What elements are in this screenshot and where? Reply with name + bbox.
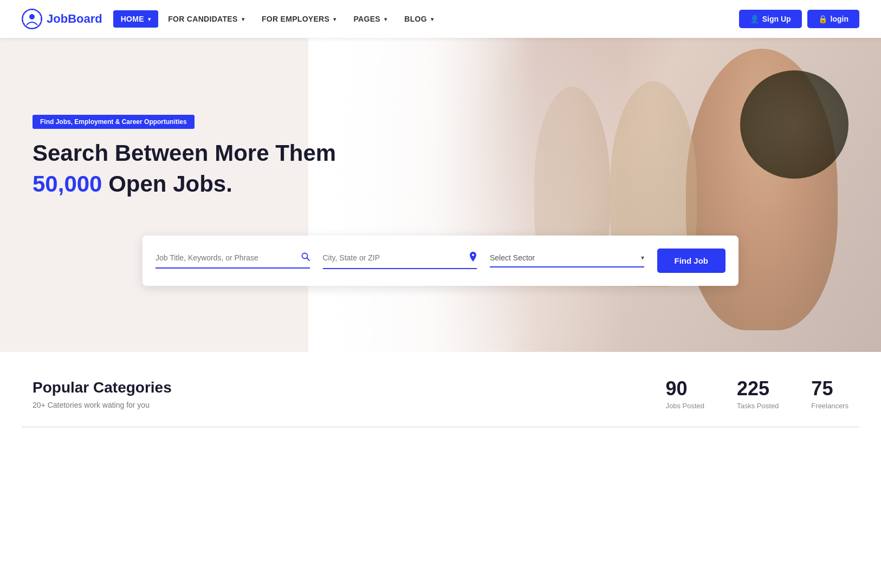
nav-home[interactable]: HOME ▾ (113, 10, 159, 28)
hero-title-suffix: Open Jobs. (108, 171, 232, 197)
hero-content: Find Jobs, Employment & Career Opportuni… (0, 82, 379, 236)
hero-title-line2: 50,000 Open Jobs. (33, 171, 347, 198)
jobs-posted-number: 90 (665, 379, 704, 398)
navbar: JobBoard HOME ▾ FOR CANDIDATES ▾ FOR EMP… (0, 0, 881, 38)
location-input[interactable] (323, 253, 464, 262)
hero-badge: Find Jobs, Employment & Career Opportuni… (33, 115, 195, 129)
logo-text: JobBoard (47, 12, 102, 26)
freelancers-number: 75 (811, 379, 848, 398)
tasks-posted-number: 225 (737, 379, 779, 398)
location-search-field (323, 252, 477, 269)
popular-categories: Popular Categories 20+ Catetories work w… (33, 379, 665, 409)
blog-chevron-icon: ▾ (431, 16, 433, 22)
nav-blog[interactable]: BLOG ▾ (397, 10, 441, 28)
user-icon: 👤 (750, 15, 759, 23)
freelancers-label: Freelancers (811, 402, 848, 410)
stats-section: Popular Categories 20+ Catetories work w… (0, 352, 881, 426)
svg-line-4 (307, 258, 309, 261)
signup-button[interactable]: 👤 Sign Up (739, 10, 802, 28)
search-box-wrapper: Select Sector Technology Healthcare Fina… (0, 236, 881, 308)
tasks-posted-label: Tasks Posted (737, 402, 779, 410)
sector-select-field: Select Sector Technology Healthcare Fina… (490, 253, 644, 267)
hero-highlight-number: 50,000 (33, 171, 102, 197)
logo[interactable]: JobBoard (22, 9, 102, 29)
nav-employers[interactable]: FOR EMPLOYERS ▾ (254, 10, 344, 28)
hero-title-line1: Search Between More Them (33, 140, 347, 167)
lock-icon: 🔒 (818, 15, 827, 23)
sector-chevron-icon: ▾ (641, 254, 644, 262)
logo-icon (22, 9, 42, 29)
freelancers-stat: 75 Freelancers (811, 379, 848, 410)
tasks-posted-stat: 225 Tasks Posted (737, 379, 779, 410)
login-button[interactable]: 🔒 login (807, 10, 859, 28)
employers-chevron-icon: ▾ (333, 16, 336, 22)
popular-categories-title: Popular Categories (33, 379, 665, 396)
search-icon (301, 252, 310, 263)
stats-numbers: 90 Jobs Posted 225 Tasks Posted 75 Freel… (665, 379, 848, 410)
svg-point-5 (472, 254, 474, 256)
nav-candidates[interactable]: FOR CANDIDATES ▾ (160, 10, 252, 28)
nav-pages[interactable]: PAGES ▾ (346, 10, 394, 28)
search-box: Select Sector Technology Healthcare Fina… (142, 236, 739, 286)
candidates-chevron-icon: ▾ (242, 16, 244, 22)
hero-section: Find Jobs, Employment & Career Opportuni… (0, 38, 881, 352)
find-job-button[interactable]: Find Job (657, 249, 726, 273)
sector-select[interactable]: Select Sector Technology Healthcare Fina… (490, 253, 636, 262)
pages-chevron-icon: ▾ (384, 16, 387, 22)
keyword-search-field (156, 252, 310, 269)
location-pin-icon (469, 252, 477, 264)
popular-categories-subtitle: 20+ Catetories work wating for you (33, 401, 665, 409)
svg-point-1 (29, 14, 35, 19)
nav-links: HOME ▾ FOR CANDIDATES ▾ FOR EMPLOYERS ▾ … (113, 10, 739, 28)
bottom-divider (22, 426, 859, 428)
home-chevron-icon: ▾ (148, 16, 151, 22)
jobs-posted-stat: 90 Jobs Posted (665, 379, 704, 410)
nav-buttons: 👤 Sign Up 🔒 login (739, 10, 859, 28)
jobs-posted-label: Jobs Posted (665, 402, 704, 410)
keyword-input[interactable] (156, 253, 296, 262)
